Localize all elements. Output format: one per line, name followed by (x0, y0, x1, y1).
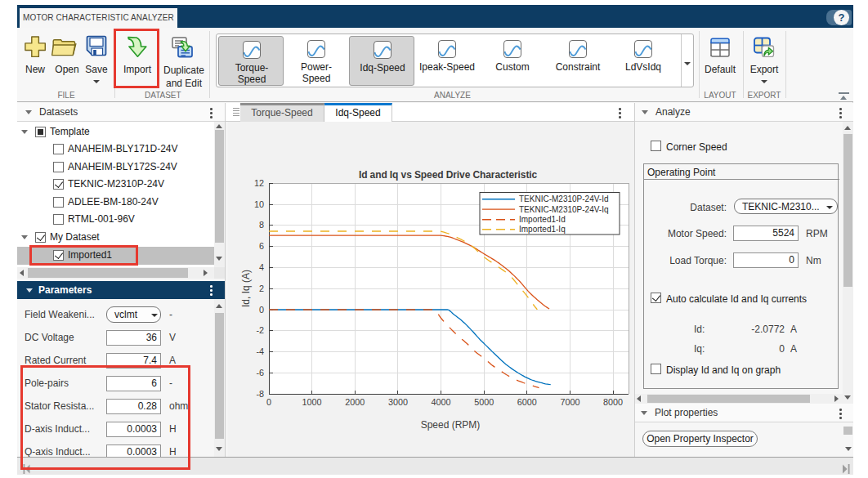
svg-text:2000: 2000 (345, 397, 365, 407)
svg-text:12: 12 (254, 178, 264, 188)
svg-text:3000: 3000 (388, 397, 408, 407)
svg-text:7000: 7000 (560, 397, 579, 407)
svg-text:1000: 1000 (302, 397, 322, 407)
svg-text:10: 10 (254, 199, 264, 209)
svg-text:-4: -4 (256, 346, 264, 356)
svg-text:5000: 5000 (474, 397, 494, 407)
svg-text:Imported1-Iq: Imported1-Iq (519, 225, 566, 234)
svg-text:-2: -2 (256, 325, 264, 335)
svg-text:-6: -6 (256, 368, 264, 377)
svg-text:0: 0 (266, 397, 271, 407)
svg-text:Speed (RPM): Speed (RPM) (421, 419, 481, 431)
svg-text:TEKNIC-M2310P-24V-Iq: TEKNIC-M2310P-24V-Iq (519, 205, 609, 214)
svg-text:Id and Iq vs Speed Drive Chara: Id and Iq vs Speed Drive Characteristic (359, 169, 538, 181)
svg-text:8: 8 (259, 220, 264, 230)
svg-text:8000: 8000 (603, 397, 623, 407)
svg-text:2: 2 (259, 284, 264, 293)
svg-text:4: 4 (259, 262, 264, 272)
svg-text:Imported1-Id: Imported1-Id (519, 215, 566, 224)
svg-text:-8: -8 (256, 389, 264, 399)
svg-text:6: 6 (259, 241, 264, 251)
svg-text:0: 0 (259, 305, 264, 315)
svg-text:6000: 6000 (517, 397, 537, 407)
svg-text:TEKNIC-M2310P-24V-Id: TEKNIC-M2310P-24V-Id (519, 194, 609, 203)
svg-text:Id, Iq (A): Id, Iq (A) (240, 270, 252, 307)
svg-text:4000: 4000 (431, 397, 450, 407)
